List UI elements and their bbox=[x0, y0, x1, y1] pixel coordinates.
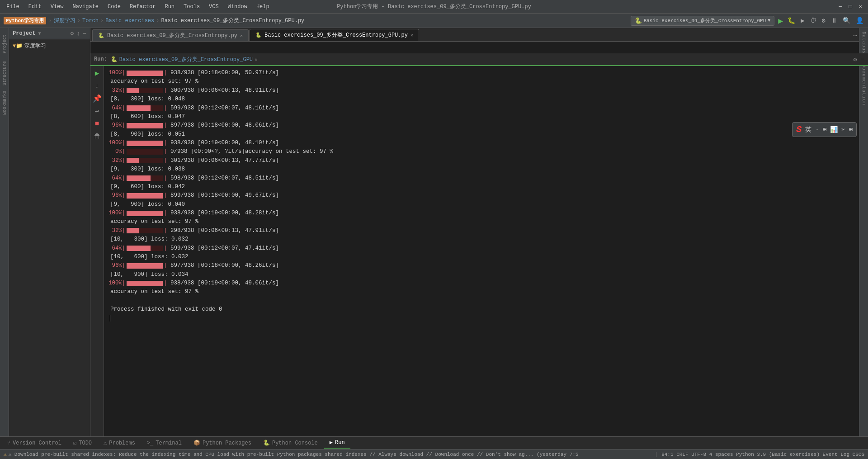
minimize-button[interactable]: ─ bbox=[837, 4, 844, 10]
breadcrumb-basic[interactable]: Basic exercises bbox=[105, 18, 154, 24]
project-sync-icon[interactable]: ↕ bbox=[76, 30, 80, 37]
clear-button[interactable]: 🗑 bbox=[92, 131, 103, 142]
floating-grid-icon[interactable]: ⊞ bbox=[823, 126, 826, 133]
btab-packages-label: Python Packages bbox=[203, 440, 251, 446]
stop-button[interactable]: ■ bbox=[92, 118, 103, 129]
pause-button[interactable]: ⏸ bbox=[830, 16, 838, 25]
window-controls: ─ □ ✕ bbox=[837, 4, 863, 10]
menu-refactor[interactable]: Refactor bbox=[128, 3, 158, 11]
floating-plus-icon[interactable]: ⊞ bbox=[849, 126, 853, 133]
sidebar-bookmarks-icon[interactable]: Bookmarks bbox=[0, 89, 9, 116]
pin-button[interactable]: 📌 bbox=[92, 93, 103, 104]
status-warning-icon: ⚠ bbox=[4, 451, 7, 457]
wrap-button[interactable]: ↩ bbox=[92, 106, 103, 117]
rerun-button[interactable]: ▶ bbox=[92, 68, 103, 79]
run-minimize-icon[interactable]: − bbox=[861, 56, 864, 63]
menu-help[interactable]: Help bbox=[255, 3, 271, 11]
project-settings-icon[interactable]: ⚙ bbox=[71, 30, 74, 37]
breadcrumb-torch[interactable]: Torch bbox=[82, 18, 99, 24]
console-line: │ bbox=[108, 314, 854, 323]
right-documentation-label[interactable]: Documentation bbox=[860, 61, 867, 109]
tab-file2[interactable]: 🐍 Basic exercises_09_多分类_CrossEntropy_GP… bbox=[250, 29, 419, 41]
console-line: 96%|| 897/938 [00:18<00:00, 48.26it/s] bbox=[108, 261, 854, 270]
menu-file[interactable]: File bbox=[5, 3, 21, 11]
btab-terminal[interactable]: >_ Terminal bbox=[142, 438, 187, 448]
console-line: 64%|| 598/938 [00:12<00:07, 48.51it/s] bbox=[108, 174, 854, 183]
profile-button[interactable]: ⏱ bbox=[809, 16, 817, 25]
menu-vcs[interactable]: VCS bbox=[207, 3, 221, 11]
nav-right: 🐍 Basic exercises_09_多分类_CrossEntropy_GP… bbox=[631, 16, 864, 26]
todo-icon: ☑ bbox=[73, 440, 76, 446]
terminal-icon: >_ bbox=[147, 440, 153, 446]
btab-python-console[interactable]: 🐍 Python Console bbox=[258, 438, 323, 448]
project-collapse-icon[interactable]: − bbox=[83, 30, 86, 37]
project-name: Python学习专用 bbox=[4, 17, 46, 24]
split-button[interactable]: ⋯ bbox=[854, 32, 857, 39]
step-button[interactable]: ↓ bbox=[92, 80, 103, 91]
status-bar: ⚠ ⚠ Download pre-built shared indexes: R… bbox=[0, 449, 868, 459]
maximize-button[interactable]: □ bbox=[847, 4, 854, 10]
window-title: Python学习专用 - Basic exercises_09_多分类_Cros… bbox=[337, 3, 531, 10]
console-line: [10, 600] loss: 0.032 bbox=[108, 253, 854, 261]
console-line: 100%|| 938/938 [00:19<00:00, 49.06it/s] bbox=[108, 279, 854, 288]
menu-tools[interactable]: Tools bbox=[182, 3, 202, 11]
tab-close-2[interactable]: ✕ bbox=[410, 33, 413, 38]
tab-actions: ⋯ bbox=[854, 32, 857, 41]
floating-dot-icon[interactable]: · bbox=[815, 126, 819, 133]
console-line: 0%|| 0/938 [00:00<?, ?it/s]accuracy on t… bbox=[108, 147, 854, 156]
btab-run[interactable]: ▶ Run bbox=[324, 437, 350, 449]
console-line: 32%|| 301/938 [00:06<00:13, 47.77it/s] bbox=[108, 156, 854, 165]
floating-ying-icon[interactable]: 英 bbox=[805, 126, 811, 134]
more-button[interactable]: ⚙ bbox=[821, 16, 826, 25]
packages-icon: 📦 bbox=[193, 440, 200, 446]
project-dropdown-icon[interactable]: ▼ bbox=[38, 31, 41, 36]
menu-window[interactable]: Window bbox=[226, 3, 249, 11]
btab-problems[interactable]: ⚠ Problems bbox=[98, 438, 141, 448]
sidebar-structure-icon[interactable]: Structure bbox=[0, 60, 9, 87]
vc-icon: ⑂ bbox=[7, 440, 10, 446]
run-config-dropdown[interactable]: 🐍 Basic exercises_09_多分类_CrossEntropy_GP… bbox=[631, 16, 775, 26]
bottom-tabs: ⑂ Version Control ☑ TODO ⚠ Problems >_ T… bbox=[0, 436, 868, 449]
debug-button[interactable]: 🐛 bbox=[787, 16, 796, 25]
tree-item-深度学习[interactable]: ▼📁 深度学习 bbox=[9, 41, 90, 51]
problems-icon: ⚠ bbox=[104, 440, 107, 446]
console-line: accuracy on test set: 97 % bbox=[108, 218, 854, 226]
btab-todo[interactable]: ☑ TODO bbox=[68, 438, 97, 448]
console-output[interactable]: 100%|| 938/938 [00:18<00:00, 50.97it/s]a… bbox=[104, 66, 859, 436]
sidebar-project-icon[interactable]: Project bbox=[0, 30, 9, 57]
console-line: [9, 600] loss: 0.042 bbox=[108, 183, 854, 191]
search-button[interactable]: 🔍 bbox=[842, 16, 851, 25]
tab-close-1[interactable]: ✕ bbox=[240, 33, 243, 38]
breadcrumb-深度学习[interactable]: 深度学习 bbox=[54, 17, 75, 24]
menu-code[interactable]: Code bbox=[106, 3, 123, 11]
floating-s-icon: S bbox=[796, 124, 802, 135]
floating-chart-icon[interactable]: 📊 bbox=[830, 126, 838, 133]
project-title: Project bbox=[13, 30, 35, 37]
btab-version-control[interactable]: ⑂ Version Control bbox=[2, 438, 67, 448]
user-icon[interactable]: 👤 bbox=[855, 16, 864, 25]
menu-run[interactable]: Run bbox=[163, 3, 176, 11]
menu-view[interactable]: View bbox=[49, 3, 66, 11]
menu-edit[interactable]: Edit bbox=[27, 3, 43, 11]
run-tab-icon: ▶ bbox=[330, 439, 333, 446]
left-sidebar: Project Structure Bookmarks bbox=[0, 28, 9, 436]
tab-file1[interactable]: 🐍 Basic exercises_09_多分类_CrossEntropy.py… bbox=[92, 29, 249, 41]
run-tab-close[interactable]: ✕ bbox=[255, 57, 258, 62]
console-line: [9, 900] loss: 0.040 bbox=[108, 200, 854, 209]
run-button[interactable]: ▶ bbox=[778, 16, 783, 26]
btab-todo-label: TODO bbox=[79, 440, 92, 446]
floating-cut-icon[interactable]: ✂ bbox=[841, 126, 845, 133]
coverage-button[interactable]: ▶ bbox=[800, 16, 805, 25]
console-line: 96%|| 899/938 [00:18<00:00, 49.67it/s] bbox=[108, 191, 854, 200]
breadcrumb: › 深度学习 › Torch › Basic exercises › Basic… bbox=[49, 17, 305, 24]
console-line: [8, 300] loss: 0.048 bbox=[108, 95, 854, 104]
console-line: 32%|| 298/938 [00:06<00:13, 47.91it/s] bbox=[108, 227, 854, 235]
title-bar: File Edit View Navigate Code Refactor Ru… bbox=[0, 0, 868, 14]
console-line: 96%|| 897/938 [00:18<00:00, 48.06it/s] bbox=[108, 121, 854, 130]
run-settings-icon[interactable]: ⚙ bbox=[853, 56, 857, 63]
menu-navigate[interactable]: Navigate bbox=[71, 3, 100, 11]
console-line: [8, 600] loss: 0.047 bbox=[108, 113, 854, 121]
btab-python-packages[interactable]: 📦 Python Packages bbox=[188, 438, 257, 448]
close-button[interactable]: ✕ bbox=[857, 4, 863, 10]
run-label: Run: bbox=[94, 56, 107, 62]
